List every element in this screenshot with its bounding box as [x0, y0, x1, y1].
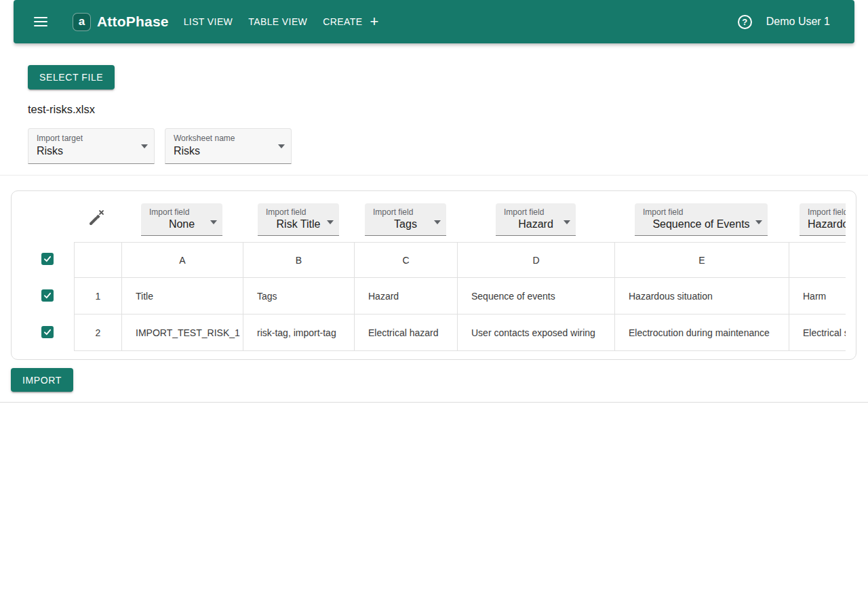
main-nav: LIST VIEW TABLE VIEW CREATE +	[184, 15, 379, 28]
column-header: B	[243, 243, 355, 278]
user-menu[interactable]: Demo User 1	[766, 16, 830, 28]
cell: Hazard	[355, 278, 458, 314]
nav-list-view[interactable]: LIST VIEW	[184, 16, 233, 27]
import-field-label: Import field	[496, 207, 576, 217]
chevron-down-icon	[434, 220, 441, 224]
app-title: AttoPhase	[97, 14, 169, 30]
import-target-value: Risks	[37, 145, 134, 157]
import-target-label: Import target	[37, 134, 134, 143]
select-file-button[interactable]: SELECT FILE	[28, 65, 115, 89]
check-icon	[43, 327, 52, 337]
plus-icon[interactable]: +	[370, 15, 378, 28]
cell: User contacts exposed wiring	[458, 314, 615, 351]
import-field-select-col-e[interactable]: Import field Sequence of Events	[635, 203, 768, 236]
column-header: E	[615, 243, 789, 278]
column-header: F	[789, 243, 846, 278]
import-field-select-col-d[interactable]: Import field Hazard	[496, 203, 576, 236]
corner-cell	[75, 243, 122, 278]
section-divider	[0, 175, 868, 176]
import-field-value: Hazardous Situation	[800, 218, 846, 230]
cell: Electrocution during maintenance	[615, 314, 789, 351]
row-checkbox-1[interactable]	[41, 289, 54, 302]
cell: Harm	[789, 278, 846, 314]
table-row: 2 IMPORT_TEST_RISK_1 risk-tag, import-ta…	[75, 314, 846, 351]
logo-letter: a	[79, 15, 85, 28]
row-number: 1	[75, 278, 122, 314]
import-field-label: Import field	[258, 207, 339, 217]
chevron-down-icon	[564, 220, 570, 224]
cell: Electrical hazard	[355, 314, 458, 351]
select-all-checkbox[interactable]	[41, 253, 54, 265]
import-preview-card: Import field None Import field Risk Titl…	[11, 190, 856, 360]
column-letter-row: A B C D E F	[75, 243, 846, 278]
help-icon[interactable]: ?	[738, 15, 752, 29]
row-checkbox-2[interactable]	[41, 326, 54, 338]
app-bar: a AttoPhase LIST VIEW TABLE VIEW CREATE …	[14, 0, 854, 43]
worksheet-name-label: Worksheet name	[174, 134, 271, 143]
check-icon	[43, 291, 52, 300]
table-scroll-area[interactable]: Import field None Import field Risk Titl…	[12, 191, 846, 359]
cell: Electrical shock	[789, 314, 846, 351]
import-button[interactable]: IMPORT	[11, 368, 73, 392]
import-field-select-col-f[interactable]: Import field Hazardous Situation	[800, 203, 846, 236]
chevron-down-icon	[141, 144, 148, 148]
cell: Title	[122, 278, 243, 314]
column-header: C	[355, 243, 458, 278]
import-field-label: Import field	[635, 207, 768, 217]
import-target-select[interactable]: Import target Risks	[28, 128, 155, 164]
import-field-label: Import field	[141, 207, 222, 217]
import-field-value: Sequence of Events	[635, 218, 768, 230]
import-field-label: Import field	[365, 207, 446, 217]
cell: Tags	[243, 278, 355, 314]
column-header: A	[122, 243, 243, 278]
table-row: 1 Title Tags Hazard Sequence of events H…	[75, 278, 846, 314]
cell: Hazardous situation	[615, 278, 789, 314]
auto-map-clear-icon[interactable]	[87, 208, 105, 227]
chevron-down-icon	[210, 220, 217, 224]
import-field-label: Import field	[800, 207, 846, 217]
chevron-down-icon	[327, 220, 334, 224]
content-bottom-divider	[0, 402, 868, 403]
preview-table: A B C D E F 1 Title Tags Hazard Sequence…	[74, 242, 846, 351]
cell: Sequence of events	[458, 278, 615, 314]
selected-filename: test-risks.xlsx	[28, 103, 95, 116]
chevron-down-icon	[755, 220, 762, 224]
chevron-down-icon	[278, 144, 285, 148]
worksheet-name-select[interactable]: Worksheet name Risks	[165, 128, 292, 164]
menu-icon[interactable]	[34, 17, 47, 26]
cell: IMPORT_TEST_RISK_1	[122, 314, 243, 351]
import-field-select-col-a[interactable]: Import field None	[141, 203, 222, 236]
import-field-select-col-c[interactable]: Import field Tags	[365, 203, 446, 236]
worksheet-name-value: Risks	[174, 145, 271, 157]
cell: risk-tag, import-tag	[243, 314, 355, 351]
app-logo: a	[73, 13, 91, 31]
import-field-select-col-b[interactable]: Import field Risk Title	[258, 203, 339, 236]
check-icon	[43, 254, 52, 264]
row-number: 2	[75, 314, 122, 351]
nav-create[interactable]: CREATE	[323, 16, 362, 27]
column-header: D	[458, 243, 615, 278]
nav-table-view[interactable]: TABLE VIEW	[248, 16, 307, 27]
